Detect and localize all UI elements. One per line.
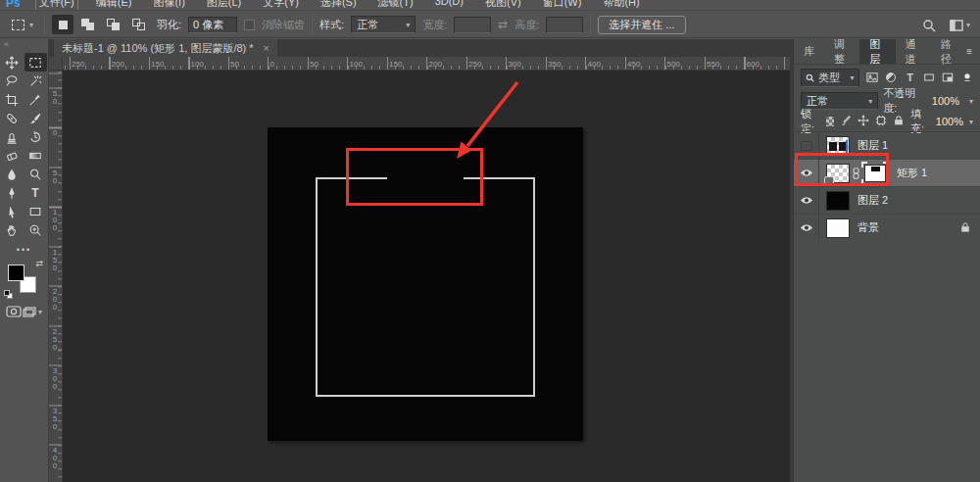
lock-artboard-icon[interactable] [875, 115, 887, 128]
lock-pixels-icon[interactable] [840, 115, 852, 128]
search-icon[interactable] [922, 19, 936, 32]
menu-item-10[interactable]: 窗口(W) [540, 0, 585, 11]
filter-toggle[interactable] [961, 72, 973, 84]
new-selection-button[interactable] [52, 15, 74, 34]
chevron-down-icon: ▾ [851, 73, 855, 82]
eraser-tool[interactable] [1, 146, 24, 165]
lock-transparency-icon[interactable] [826, 117, 834, 126]
blur-tool[interactable] [1, 165, 24, 183]
select-and-mask-button[interactable]: 选择并遮住 ... [598, 16, 685, 34]
filter-pixel-layers-icon[interactable] [866, 72, 878, 84]
menu-item-7[interactable]: 滤镜(T) [375, 0, 416, 11]
screen-mode-button[interactable]: ▾ [23, 307, 42, 317]
hidden-visibility-box [801, 141, 812, 151]
intersect-selection-button[interactable] [128, 15, 150, 34]
layer-name[interactable]: 图层 2 [858, 193, 888, 208]
swap-colors-icon[interactable]: ⇄ [35, 259, 43, 268]
tab-channels[interactable]: 通道 [896, 39, 931, 64]
quick-mask-button[interactable] [6, 306, 22, 317]
clone-stamp-tool[interactable] [1, 127, 24, 146]
style-select[interactable]: 正常▾ [351, 16, 416, 33]
edit-toolbar-button[interactable]: ••• [0, 245, 48, 255]
feather-input[interactable]: 0 像素 [188, 17, 237, 33]
thumb-content [829, 142, 837, 151]
spot-healing-brush-tool[interactable] [1, 109, 24, 127]
menu-item-5[interactable]: 文字(Y) [260, 0, 302, 11]
fill-value[interactable]: 100% [936, 116, 963, 127]
vertical-ruler[interactable]: 50050100150200250300350400 [49, 71, 63, 482]
rectangle-shape-tool[interactable] [24, 202, 47, 220]
history-brush-tool[interactable] [24, 127, 47, 146]
layer-thumbnail[interactable] [826, 218, 850, 238]
workspace-icon [950, 20, 963, 31]
pen-tool[interactable] [1, 183, 24, 202]
layer-thumbnail[interactable] [826, 191, 850, 211]
document-tab[interactable]: 未标题-1 @ 110% (矩形 1, 图层蒙版/8) * × [54, 39, 277, 57]
default-colors-icon[interactable] [4, 290, 14, 300]
menu-item-6[interactable]: 选择(S) [318, 0, 360, 11]
swap-dimensions-icon[interactable]: ⇄ [498, 18, 508, 31]
antialias-checkbox[interactable] [244, 20, 255, 30]
move-tool[interactable] [1, 53, 24, 72]
dodge-tool[interactable] [24, 165, 47, 183]
height-input[interactable] [546, 17, 583, 33]
horizontal-ruler[interactable]: 2502001501005005010015020025030035040045… [63, 57, 790, 71]
filter-type-layers-icon[interactable]: T [904, 72, 915, 84]
zoom-tool[interactable] [24, 220, 47, 239]
filter-smart-objects-icon[interactable] [942, 72, 954, 84]
toolbox-collapse-button[interactable]: « [0, 39, 48, 53]
layer-name[interactable]: 背景 [858, 220, 879, 235]
v-ruler-label: 50 [51, 169, 59, 185]
menu-item-2[interactable]: 编辑(E) [93, 0, 135, 11]
eye-icon [800, 222, 813, 234]
tab-layers[interactable]: 图层 [859, 39, 895, 64]
path-selection-tool[interactable] [1, 202, 24, 220]
layer-name[interactable]: 图层 1 [858, 138, 888, 153]
menu-item-11[interactable]: 帮助(H) [600, 0, 642, 11]
add-to-selection-button[interactable] [77, 15, 99, 34]
layer-filter-kind-select[interactable]: 类型 ▾ [801, 69, 859, 87]
layer-row-background[interactable]: 背景 [794, 215, 980, 242]
chevron-down-icon: ▾ [969, 97, 973, 106]
rectangular-marquee-tool[interactable] [24, 53, 47, 72]
tool-preset-picker[interactable]: ▾ [8, 18, 37, 32]
panel-menu-icon[interactable]: ≡ [966, 46, 972, 57]
opacity-value[interactable]: 100% [932, 95, 959, 107]
menu-item-1[interactable]: 文件(F) [36, 0, 77, 11]
v-ruler-label: 400 [51, 447, 59, 470]
height-label: 高度: [514, 18, 539, 32]
filter-shape-layers-icon[interactable] [923, 72, 935, 84]
visibility-toggle[interactable] [794, 187, 819, 215]
layer-row-layer2[interactable]: 图层 2 [794, 187, 980, 215]
h-ruler-label: 300 [509, 60, 521, 69]
width-input[interactable] [454, 17, 491, 33]
eyedropper-tool[interactable] [24, 90, 47, 109]
gradient-tool[interactable] [24, 146, 47, 165]
foreground-color-swatch[interactable] [8, 265, 24, 281]
close-tab-icon[interactable]: × [264, 42, 270, 54]
crop-tool[interactable] [1, 90, 24, 109]
menu-item-8[interactable]: 3D(D) [432, 0, 466, 11]
ps-logo: Ps [6, 0, 21, 10]
menu-item-4[interactable]: 图层(L) [204, 0, 244, 11]
menu-item-3[interactable]: 图像(I) [150, 0, 187, 11]
menu-item-9[interactable]: 视图(V) [482, 0, 524, 11]
lock-position-icon[interactable] [858, 115, 869, 128]
tab-paths[interactable]: 路径 [931, 39, 966, 64]
type-tool[interactable]: T [24, 183, 47, 202]
visibility-toggle[interactable] [794, 215, 819, 242]
pasteboard[interactable] [63, 71, 790, 482]
hand-tool[interactable] [1, 220, 24, 239]
layer-name[interactable]: 矩形 1 [897, 166, 927, 180]
tab-libraries[interactable]: 库 [794, 39, 824, 64]
lock-all-icon[interactable] [893, 115, 905, 128]
workspace-switcher[interactable]: ▾ [950, 20, 970, 31]
filter-adjustment-layers-icon[interactable] [885, 72, 897, 84]
magic-wand-tool[interactable] [24, 72, 47, 90]
brush-tool[interactable] [24, 109, 47, 127]
lasso-tool[interactable] [1, 72, 24, 90]
tab-adjustments[interactable]: 调整 [824, 39, 859, 64]
h-ruler-label: 450 [627, 60, 640, 69]
divider [312, 15, 313, 34]
subtract-from-selection-button[interactable] [103, 15, 124, 34]
